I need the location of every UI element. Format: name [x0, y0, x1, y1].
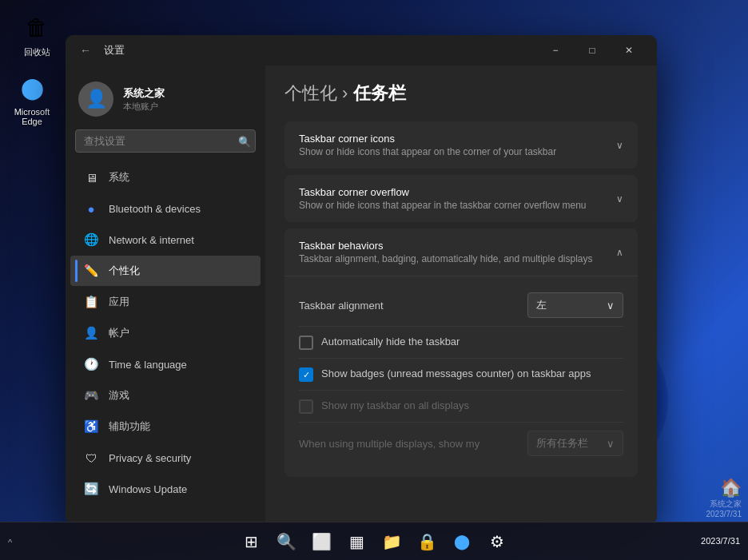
- multi-display-value: 所有任务栏: [536, 436, 588, 451]
- auto-hide-label: Automatically hide the taskbar: [321, 335, 460, 349]
- section-corner-overflow-header[interactable]: Taskbar corner overflow Show or hide ico…: [284, 175, 638, 222]
- sidebar-item-accounts[interactable]: 👤 帐户: [70, 318, 261, 348]
- watermark-text: 系统之家: [706, 498, 742, 510]
- all-displays-label: Show my taskbar on all displays: [321, 399, 469, 413]
- sidebar-item-accounts-label: 帐户: [109, 326, 129, 340]
- user-subtitle: 本地账户: [123, 101, 253, 113]
- sidebar-item-apps-label: 应用: [109, 295, 129, 309]
- taskbar-search-button[interactable]: 🔍: [270, 526, 302, 558]
- sidebar-item-system-label: 系统: [109, 170, 129, 185]
- section-behaviors-chevron: ∧: [616, 247, 623, 258]
- section-corner-icons-chevron: ∨: [616, 140, 623, 151]
- sidebar-item-personalization[interactable]: ✏️ 个性化: [70, 256, 261, 286]
- taskbar-tray-arrow[interactable]: ^: [8, 538, 12, 547]
- recycle-bin-label: 回收站: [24, 46, 50, 58]
- avatar: 👤: [78, 81, 113, 117]
- settings-window: ← 设置 − □ ✕ 👤 系统之家 本地账户: [66, 35, 657, 524]
- close-button[interactable]: ✕: [611, 38, 647, 62]
- edge-label: Microsoft Edge: [6, 107, 58, 126]
- taskbar-settings-button[interactable]: ⚙: [481, 526, 513, 558]
- main-content: 个性化 › 任务栏 Taskbar corner icons Show or h…: [265, 66, 657, 524]
- multi-display-chevron: ∨: [607, 438, 615, 450]
- sidebar-item-network-label: Network & internet: [109, 234, 194, 246]
- sidebar-item-bluetooth-label: Bluetooth & devices: [109, 203, 201, 215]
- section-corner-overflow-chevron: ∨: [616, 193, 623, 205]
- taskbar-explorer-button[interactable]: 📁: [376, 526, 408, 558]
- apps-icon: 📋: [83, 294, 99, 310]
- section-corner-overflow-title: Taskbar corner overflow: [299, 186, 587, 198]
- alignment-dropdown[interactable]: 左 ∨: [527, 292, 623, 318]
- taskbar-right: 2023/7/31: [701, 535, 740, 547]
- sidebar-item-system[interactable]: 🖥 系统: [70, 162, 261, 193]
- section-corner-overflow-text: Taskbar corner overflow Show or hide ico…: [299, 186, 587, 211]
- taskbar-edge-button[interactable]: ⬤: [446, 526, 478, 558]
- multi-display-row: When using multiple displays, show my 所有…: [299, 423, 623, 464]
- taskbar-widgets-button[interactable]: ▦: [340, 526, 372, 558]
- search-input[interactable]: [75, 129, 256, 153]
- sidebar-item-personalization-label: 个性化: [109, 264, 140, 278]
- avatar-icon: 👤: [86, 89, 107, 109]
- accessibility-icon: ♿: [83, 419, 99, 435]
- title-bar: ← 设置 − □ ✕: [66, 35, 657, 66]
- section-behaviors: Taskbar behaviors Taskbar alignment, bad…: [284, 228, 638, 477]
- search-icon[interactable]: 🔍: [238, 135, 251, 147]
- time-icon: 🕐: [83, 356, 99, 372]
- alignment-row: Taskbar alignment 左 ∨: [299, 284, 623, 327]
- accounts-icon: 👤: [83, 325, 99, 341]
- watermark-logo: 🏠: [706, 478, 742, 498]
- sidebar-item-update[interactable]: 🔄 Windows Update: [70, 474, 261, 504]
- sidebar-item-apps[interactable]: 📋 应用: [70, 287, 261, 317]
- desktop-icon-recycle-bin[interactable]: 🗑 回收站: [11, 11, 62, 58]
- update-icon: 🔄: [83, 481, 99, 497]
- privacy-icon: 🛡: [83, 450, 99, 466]
- user-profile[interactable]: 👤 系统之家 本地账户: [66, 73, 265, 129]
- desktop-icon-edge[interactable]: ⬤ Microsoft Edge: [6, 72, 58, 126]
- minimize-button[interactable]: −: [537, 38, 574, 62]
- breadcrumb: 个性化 › 任务栏: [284, 81, 638, 105]
- sidebar-item-games[interactable]: 🎮 游戏: [70, 380, 261, 411]
- maximize-button[interactable]: □: [574, 38, 611, 62]
- section-corner-icons-desc: Show or hide icons that appear on the co…: [299, 146, 556, 157]
- multi-display-dropdown: 所有任务栏 ∨: [527, 431, 623, 456]
- personalization-icon: ✏️: [83, 263, 99, 279]
- alignment-value: 左: [536, 298, 547, 312]
- sidebar-item-games-label: 游戏: [109, 388, 129, 403]
- section-corner-overflow-desc: Show or hide icons that appear in the ta…: [299, 200, 587, 211]
- sidebar-item-accessibility[interactable]: ♿ 辅助功能: [70, 411, 261, 442]
- sidebar-item-privacy[interactable]: 🛡 Privacy & security: [70, 443, 261, 473]
- multi-display-label: When using multiple displays, show my: [299, 438, 479, 450]
- auto-hide-row: Automatically hide the taskbar: [299, 327, 623, 359]
- section-behaviors-body: Taskbar alignment 左 ∨ Automatically hide…: [284, 276, 638, 477]
- sidebar-item-bluetooth[interactable]: ● Bluetooth & devices: [70, 193, 261, 224]
- section-corner-overflow: Taskbar corner overflow Show or hide ico…: [284, 175, 638, 222]
- section-corner-icons-header[interactable]: Taskbar corner icons Show or hide icons …: [284, 121, 638, 169]
- section-behaviors-desc: Taskbar alignment, badging, automaticall…: [299, 253, 593, 264]
- search-box: 🔍: [75, 129, 256, 153]
- alignment-chevron: ∨: [607, 300, 615, 312]
- desktop: 🗑 回收站 ⬤ Microsoft Edge ← 设置 − □ ✕ 👤: [0, 0, 748, 560]
- taskbar-start-button[interactable]: ⊞: [235, 526, 267, 558]
- breadcrumb-prefix: 个性化 ›: [284, 83, 353, 103]
- title-bar-controls: − □ ✕: [537, 38, 647, 62]
- taskbar-taskview-button[interactable]: ⬜: [305, 526, 337, 558]
- alignment-label: Taskbar alignment: [299, 300, 384, 312]
- badges-row: Show badges (unread messages counter) on…: [299, 359, 623, 391]
- auto-hide-checkbox[interactable]: [299, 336, 313, 350]
- section-corner-icons-text: Taskbar corner icons Show or hide icons …: [299, 133, 556, 157]
- network-icon: 🌐: [83, 232, 99, 248]
- watermark: 🏠 系统之家 2023/7/31: [706, 478, 742, 518]
- page-title: 任务栏: [353, 83, 406, 103]
- taskbar-security-button[interactable]: 🔒: [411, 526, 443, 558]
- sidebar-item-accessibility-label: 辅助功能: [109, 419, 150, 434]
- back-button[interactable]: ←: [75, 41, 96, 60]
- sidebar: 👤 系统之家 本地账户 🔍 🖥 系统: [66, 66, 265, 524]
- sidebar-item-privacy-label: Privacy & security: [109, 452, 191, 464]
- sidebar-item-network[interactable]: 🌐 Network & internet: [70, 224, 261, 255]
- taskbar-left: ^: [8, 534, 12, 549]
- badges-checkbox[interactable]: [299, 367, 313, 382]
- settings-body: 👤 系统之家 本地账户 🔍 🖥 系统: [66, 66, 657, 524]
- all-displays-checkbox: [299, 399, 313, 414]
- badges-label: Show badges (unread messages counter) on…: [321, 367, 591, 381]
- sidebar-item-time[interactable]: 🕐 Time & language: [70, 349, 261, 379]
- section-behaviors-header[interactable]: Taskbar behaviors Taskbar alignment, bad…: [284, 228, 638, 276]
